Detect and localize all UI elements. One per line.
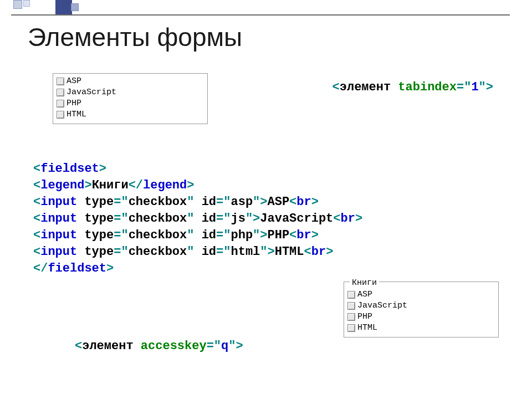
deco-square xyxy=(71,3,79,11)
deco-square xyxy=(55,0,72,14)
checkbox-icon[interactable] xyxy=(57,89,64,96)
checkbox-icon[interactable] xyxy=(347,291,355,299)
code-tabindex: <элемент tabindex="1"> xyxy=(332,79,493,96)
deco-square xyxy=(13,0,22,9)
checkbox-label: ASP xyxy=(66,76,81,87)
page-title: Элементы формы xyxy=(28,22,242,52)
checkbox-row: PHP xyxy=(347,311,494,323)
checkbox-label: HTML xyxy=(66,109,86,120)
checkbox-label: JavaScript xyxy=(66,87,116,98)
checkbox-label: HTML xyxy=(357,323,377,334)
checkbox-label: ASP xyxy=(357,289,372,300)
checkbox-row: HTML xyxy=(57,109,203,120)
checkbox-group-top: ASP JavaScript PHP HTML xyxy=(53,73,208,124)
checkbox-group-bottom: Книги ASP JavaScript PHP HTML xyxy=(344,282,499,337)
deco-square xyxy=(23,0,30,7)
checkbox-row: HTML xyxy=(347,323,494,334)
slide: Элементы формы ASP JavaScript PHP HTML <… xyxy=(0,0,532,399)
checkbox-label: JavaScript xyxy=(357,300,407,311)
code-fieldset: <fieldset> <legend>Книги</legend> <input… xyxy=(33,161,362,277)
checkbox-icon[interactable] xyxy=(347,313,355,321)
checkbox-row: PHP xyxy=(57,98,203,109)
checkbox-icon[interactable] xyxy=(347,324,355,332)
checkbox-row: ASP xyxy=(347,289,494,300)
corner-decoration xyxy=(0,0,111,14)
code-accesskey: <элемент accesskey="q"> xyxy=(75,338,243,355)
fieldset-legend: Книги xyxy=(350,278,379,288)
checkbox-icon[interactable] xyxy=(57,78,64,85)
checkbox-icon[interactable] xyxy=(57,111,64,119)
checkbox-label: PHP xyxy=(357,311,372,323)
checkbox-icon[interactable] xyxy=(347,302,355,310)
divider xyxy=(11,14,510,16)
checkbox-label: PHP xyxy=(66,98,81,109)
checkbox-row: ASP xyxy=(57,76,203,87)
checkbox-icon[interactable] xyxy=(57,100,64,108)
checkbox-row: JavaScript xyxy=(347,300,494,311)
checkbox-row: JavaScript xyxy=(57,87,203,98)
